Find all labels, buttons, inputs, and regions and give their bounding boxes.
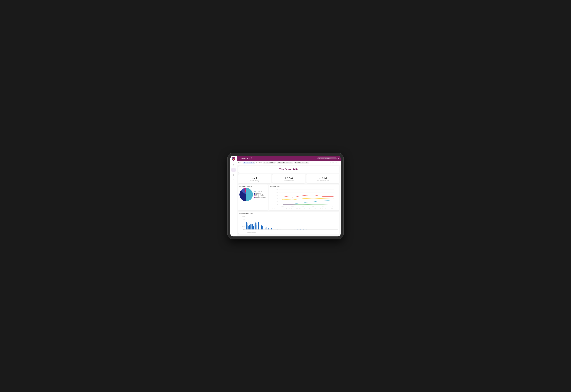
- svg-rect-61: [249, 224, 249, 229]
- pie-legend: Flower 50.54% Preroll 34.1% Cartridge 10…: [254, 191, 266, 198]
- svg-text:$1,000.00: $1,000.00: [242, 223, 245, 223]
- svg-point-39: [293, 199, 293, 200]
- svg-rect-71: [255, 223, 256, 229]
- sidebar-icon-back[interactable]: [232, 163, 235, 167]
- svg-rect-56: [246, 218, 246, 229]
- kpi-label-skus: SKUs in Stock i: [240, 180, 270, 182]
- svg-point-34: [303, 195, 303, 196]
- search-placeholder: Search accounts...: [321, 158, 331, 159]
- brand-filter-chip[interactable]: Brand: 69 · is any value: [294, 162, 309, 164]
- search-box[interactable]: Search accounts...: [317, 157, 337, 159]
- category-filter-chip[interactable]: Category: 50 · is any value: [277, 162, 293, 164]
- store-filter-close[interactable]: ✕: [253, 162, 254, 164]
- svg-rect-59: [248, 223, 248, 229]
- svg-rect-92: [294, 229, 295, 229]
- skus-info-icon: i: [258, 180, 259, 182]
- svg-text:1,500: 1,500: [276, 198, 278, 199]
- svg-rect-85: [276, 229, 276, 229]
- more-options-icon[interactable]: ⋯: [338, 162, 339, 164]
- legend-sample: Sample: [323, 208, 328, 209]
- pie-chart-svg: [239, 188, 253, 201]
- svg-text:500: 500: [277, 204, 278, 205]
- hamburger-icon[interactable]: [238, 158, 240, 159]
- legend-item-preroll: Preroll 34.1%: [254, 193, 266, 194]
- legend-dot-cartridge: [254, 194, 255, 195]
- svg-text:Mar 26: Mar 26: [322, 206, 324, 207]
- svg-rect-67: [252, 224, 253, 229]
- svg-rect-78: [262, 226, 263, 229]
- sidebar-icon-chart[interactable]: [232, 173, 235, 177]
- svg-text:2,500: 2,500: [276, 192, 278, 193]
- legend-line-flower: [302, 209, 304, 209]
- svg-rect-9: [233, 174, 234, 176]
- svg-point-1: [233, 158, 233, 159]
- legend-edible: Edible (Solid): [294, 208, 301, 209]
- date-range-chip[interactable]: is in the last 7 days: [263, 162, 276, 164]
- svg-point-43: [333, 198, 334, 199]
- legend-line-sample: [323, 209, 325, 209]
- sidebar-icon-grid[interactable]: [232, 168, 235, 172]
- svg-point-32: [282, 196, 283, 196]
- bookmark-icon[interactable]: ⊞: [337, 157, 339, 160]
- store-filter-chip[interactable]: The Green Mile ✕: [243, 162, 255, 164]
- svg-point-11: [319, 158, 320, 159]
- svg-rect-83: [271, 228, 272, 229]
- store-filter-value: The Green Mile: [244, 162, 252, 163]
- svg-rect-69: [253, 226, 254, 229]
- svg-point-0: [232, 157, 235, 161]
- svg-rect-77: [262, 224, 262, 229]
- tablet-screen: Inventory ⓘ Search accounts... ⊞: [230, 156, 341, 237]
- svg-point-38: [282, 199, 283, 200]
- svg-rect-7: [234, 170, 234, 171]
- brand-value: is any value: [302, 162, 308, 163]
- svg-rect-64: [250, 224, 251, 229]
- svg-rect-97: [309, 229, 309, 229]
- svg-point-40: [303, 198, 303, 199]
- legend-dot-disposable: [254, 197, 255, 198]
- svg-rect-95: [303, 229, 304, 229]
- svg-rect-82: [270, 227, 270, 229]
- svg-text:$500.00: $500.00: [242, 226, 245, 227]
- pie-chart-card: Inventory by Category: [238, 184, 268, 210]
- store-title-card: The Green Mile: [238, 166, 339, 173]
- sidebar: [230, 156, 237, 237]
- line-chart-card: Inventory History 3,000 2,500: [269, 184, 339, 210]
- topbar: Inventory ⓘ Search accounts... ⊞: [237, 156, 341, 161]
- brand-label: Brand: 69: [295, 162, 301, 163]
- legend-item-cartridge: Cartridge 10.77%: [254, 194, 266, 195]
- svg-text:3,000: 3,000: [276, 189, 278, 190]
- svg-rect-66: [252, 226, 252, 229]
- refresh-icon[interactable]: ↻: [336, 162, 337, 164]
- bar-chart-title: In Stock Potential Profit: [239, 213, 338, 214]
- svg-text:Date: Date: [306, 207, 307, 207]
- svg-rect-93: [297, 229, 298, 229]
- page-title: Inventory: [241, 157, 250, 159]
- svg-rect-4: [233, 169, 233, 170]
- kpi-card-daily: 177.3 Average Daily Units: [272, 174, 305, 183]
- svg-point-37: [333, 196, 334, 197]
- svg-rect-58: [247, 225, 248, 229]
- bar-chart-card: In Stock Potential Profit $2,000.00 $1,5…: [238, 212, 339, 234]
- svg-point-41: [313, 198, 313, 199]
- sidebar-icon-flag[interactable]: [232, 178, 235, 182]
- pie-chart-title: Inventory by Category: [239, 186, 267, 187]
- svg-rect-70: [254, 224, 254, 229]
- tablet-frame: Inventory ⓘ Search accounts... ⊞: [228, 153, 343, 239]
- kpi-value-skus: 171: [240, 176, 270, 180]
- kpi-value-daily: 177.3: [274, 176, 304, 180]
- legend-line-disposable: [284, 209, 286, 209]
- topbar-title: Inventory ⓘ: [241, 157, 252, 159]
- legend-line-cartridge: [270, 209, 272, 209]
- date-range-value: is in the last 7 days: [264, 162, 275, 163]
- svg-rect-62: [249, 224, 250, 229]
- store-filter-label: Store ↑: [238, 162, 242, 163]
- legend-cartridge: Cartridge: [270, 208, 276, 209]
- info-icon: ⓘ: [250, 157, 252, 159]
- svg-text:$0.00: $0.00: [243, 229, 245, 230]
- svg-rect-84: [273, 228, 273, 229]
- kpi-card-skus: 171 SKUs in Stock i: [238, 174, 271, 183]
- svg-rect-80: [266, 227, 266, 229]
- dashboard: The Green Mile 171 SKUs in Stock i 177.3…: [237, 165, 341, 237]
- legend-line-sniffer: [329, 209, 331, 209]
- svg-rect-73: [257, 225, 257, 229]
